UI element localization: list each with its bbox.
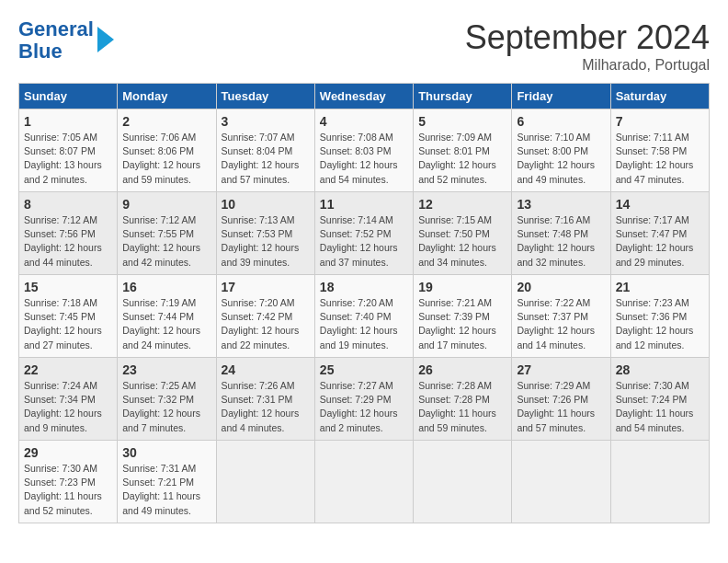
day-info: Sunrise: 7:14 AM Sunset: 7:52 PM Dayligh… bbox=[320, 213, 408, 270]
day-info: Sunrise: 7:07 AM Sunset: 8:04 PM Dayligh… bbox=[222, 131, 310, 187]
calendar-cell: 13Sunrise: 7:16 AM Sunset: 7:48 PM Dayli… bbox=[512, 192, 610, 275]
day-info: Sunrise: 7:05 AM Sunset: 8:07 PM Dayligh… bbox=[24, 131, 112, 187]
day-number: 18 bbox=[320, 280, 408, 294]
calendar-cell: 7Sunrise: 7:11 AM Sunset: 7:58 PM Daylig… bbox=[610, 109, 709, 192]
title-block: September 2024 Milharado, Portugal bbox=[465, 18, 710, 74]
day-info: Sunrise: 7:10 AM Sunset: 8:00 PM Dayligh… bbox=[517, 131, 605, 187]
day-number: 3 bbox=[222, 114, 310, 129]
day-info: Sunrise: 7:24 AM Sunset: 7:34 PM Dayligh… bbox=[24, 379, 112, 435]
day-number: 10 bbox=[222, 197, 310, 212]
day-number: 23 bbox=[122, 362, 210, 377]
calendar-cell: 5Sunrise: 7:09 AM Sunset: 8:01 PM Daylig… bbox=[414, 109, 512, 192]
day-info: Sunrise: 7:31 AM Sunset: 7:21 PM Dayligh… bbox=[122, 462, 210, 518]
day-info: Sunrise: 7:09 AM Sunset: 8:01 PM Dayligh… bbox=[418, 131, 506, 187]
calendar-cell: 26Sunrise: 7:28 AM Sunset: 7:28 PM Dayli… bbox=[414, 358, 512, 441]
day-number: 30 bbox=[122, 445, 210, 460]
day-info: Sunrise: 7:23 AM Sunset: 7:36 PM Dayligh… bbox=[616, 296, 704, 352]
calendar-cell: 9Sunrise: 7:12 AM Sunset: 7:55 PM Daylig… bbox=[118, 192, 216, 275]
calendar-cell: 3Sunrise: 7:07 AM Sunset: 8:04 PM Daylig… bbox=[216, 109, 314, 192]
day-number: 2 bbox=[122, 114, 210, 129]
day-number: 6 bbox=[517, 114, 605, 129]
calendar-cell: 4Sunrise: 7:08 AM Sunset: 8:03 PM Daylig… bbox=[314, 109, 413, 192]
day-info: Sunrise: 7:08 AM Sunset: 8:03 PM Dayligh… bbox=[320, 131, 408, 187]
day-info: Sunrise: 7:15 AM Sunset: 7:50 PM Dayligh… bbox=[418, 213, 506, 270]
day-info: Sunrise: 7:21 AM Sunset: 7:39 PM Dayligh… bbox=[418, 296, 506, 352]
calendar-cell: 20Sunrise: 7:22 AM Sunset: 7:37 PM Dayli… bbox=[512, 275, 610, 358]
calendar-cell: 19Sunrise: 7:21 AM Sunset: 7:39 PM Dayli… bbox=[414, 275, 512, 358]
day-info: Sunrise: 7:20 AM Sunset: 7:42 PM Dayligh… bbox=[222, 296, 310, 352]
day-number: 5 bbox=[418, 114, 506, 129]
calendar-cell: 21Sunrise: 7:23 AM Sunset: 7:36 PM Dayli… bbox=[610, 275, 709, 358]
day-info: Sunrise: 7:27 AM Sunset: 7:29 PM Dayligh… bbox=[320, 379, 408, 435]
calendar-cell: 11Sunrise: 7:14 AM Sunset: 7:52 PM Dayli… bbox=[314, 192, 413, 275]
calendar-table: SundayMondayTuesdayWednesdayThursdayFrid… bbox=[18, 83, 710, 523]
day-number: 7 bbox=[616, 114, 704, 129]
day-number: 29 bbox=[24, 445, 112, 460]
day-info: Sunrise: 7:30 AM Sunset: 7:23 PM Dayligh… bbox=[24, 462, 112, 518]
day-number: 16 bbox=[122, 280, 210, 294]
calendar-header-cell: Tuesday bbox=[216, 84, 314, 109]
calendar-week-row: 15Sunrise: 7:18 AM Sunset: 7:45 PM Dayli… bbox=[19, 275, 710, 358]
calendar-header-cell: Thursday bbox=[414, 84, 512, 109]
calendar-cell: 1Sunrise: 7:05 AM Sunset: 8:07 PM Daylig… bbox=[19, 109, 118, 192]
day-number: 17 bbox=[222, 280, 310, 294]
calendar-cell: 2Sunrise: 7:06 AM Sunset: 8:06 PM Daylig… bbox=[118, 109, 216, 192]
day-info: Sunrise: 7:12 AM Sunset: 7:55 PM Dayligh… bbox=[122, 213, 210, 270]
calendar-cell: 23Sunrise: 7:25 AM Sunset: 7:32 PM Dayli… bbox=[118, 358, 216, 441]
day-info: Sunrise: 7:29 AM Sunset: 7:26 PM Dayligh… bbox=[517, 379, 605, 435]
day-number: 13 bbox=[517, 197, 605, 212]
calendar-cell bbox=[610, 441, 709, 523]
calendar-header-cell: Saturday bbox=[610, 84, 709, 109]
day-number: 26 bbox=[418, 362, 506, 377]
calendar-week-row: 8Sunrise: 7:12 AM Sunset: 7:56 PM Daylig… bbox=[19, 192, 710, 275]
calendar-cell bbox=[414, 441, 512, 523]
calendar-cell: 22Sunrise: 7:24 AM Sunset: 7:34 PM Dayli… bbox=[19, 358, 118, 441]
calendar-week-row: 1Sunrise: 7:05 AM Sunset: 8:07 PM Daylig… bbox=[19, 109, 710, 192]
day-number: 15 bbox=[24, 280, 112, 294]
day-info: Sunrise: 7:26 AM Sunset: 7:31 PM Dayligh… bbox=[222, 379, 310, 435]
calendar-week-row: 29Sunrise: 7:30 AM Sunset: 7:23 PM Dayli… bbox=[19, 441, 710, 523]
day-info: Sunrise: 7:12 AM Sunset: 7:56 PM Dayligh… bbox=[24, 213, 112, 270]
day-info: Sunrise: 7:30 AM Sunset: 7:24 PM Dayligh… bbox=[616, 379, 704, 435]
day-info: Sunrise: 7:22 AM Sunset: 7:37 PM Dayligh… bbox=[517, 296, 605, 352]
calendar-cell: 29Sunrise: 7:30 AM Sunset: 7:23 PM Dayli… bbox=[19, 441, 118, 523]
day-info: Sunrise: 7:18 AM Sunset: 7:45 PM Dayligh… bbox=[24, 296, 112, 352]
calendar-cell: 10Sunrise: 7:13 AM Sunset: 7:53 PM Dayli… bbox=[216, 192, 314, 275]
day-number: 27 bbox=[517, 362, 605, 377]
day-number: 25 bbox=[320, 362, 408, 377]
logo-arrow-icon bbox=[97, 27, 114, 52]
calendar-cell: 16Sunrise: 7:19 AM Sunset: 7:44 PM Dayli… bbox=[118, 275, 216, 358]
day-number: 1 bbox=[24, 114, 112, 129]
calendar-cell bbox=[314, 441, 413, 523]
calendar-cell: 14Sunrise: 7:17 AM Sunset: 7:47 PM Dayli… bbox=[610, 192, 709, 275]
day-number: 8 bbox=[24, 197, 112, 212]
day-number: 24 bbox=[222, 362, 310, 377]
calendar-cell: 17Sunrise: 7:20 AM Sunset: 7:42 PM Dayli… bbox=[216, 275, 314, 358]
day-number: 28 bbox=[616, 362, 704, 377]
calendar-cell: 18Sunrise: 7:20 AM Sunset: 7:40 PM Dayli… bbox=[314, 275, 413, 358]
day-number: 11 bbox=[320, 197, 408, 212]
calendar-cell: 24Sunrise: 7:26 AM Sunset: 7:31 PM Dayli… bbox=[216, 358, 314, 441]
calendar-cell: 6Sunrise: 7:10 AM Sunset: 8:00 PM Daylig… bbox=[512, 109, 610, 192]
calendar-header-cell: Monday bbox=[118, 84, 216, 109]
calendar-header-row: SundayMondayTuesdayWednesdayThursdayFrid… bbox=[19, 84, 710, 109]
calendar-header-cell: Wednesday bbox=[314, 84, 413, 109]
calendar-cell: 28Sunrise: 7:30 AM Sunset: 7:24 PM Dayli… bbox=[610, 358, 709, 441]
day-number: 12 bbox=[418, 197, 506, 212]
page-title: September 2024 bbox=[465, 18, 710, 57]
day-number: 21 bbox=[616, 280, 704, 294]
calendar-cell: 25Sunrise: 7:27 AM Sunset: 7:29 PM Dayli… bbox=[314, 358, 413, 441]
calendar-body: 1Sunrise: 7:05 AM Sunset: 8:07 PM Daylig… bbox=[19, 109, 710, 523]
day-number: 19 bbox=[418, 280, 506, 294]
day-info: Sunrise: 7:25 AM Sunset: 7:32 PM Dayligh… bbox=[122, 379, 210, 435]
day-info: Sunrise: 7:28 AM Sunset: 7:28 PM Dayligh… bbox=[418, 379, 506, 435]
calendar-cell: 15Sunrise: 7:18 AM Sunset: 7:45 PM Dayli… bbox=[19, 275, 118, 358]
day-number: 4 bbox=[320, 114, 408, 129]
logo: GeneralBlue bbox=[18, 18, 114, 63]
calendar-cell bbox=[216, 441, 314, 523]
day-info: Sunrise: 7:16 AM Sunset: 7:48 PM Dayligh… bbox=[517, 213, 605, 270]
day-number: 14 bbox=[616, 197, 704, 212]
calendar-cell: 8Sunrise: 7:12 AM Sunset: 7:56 PM Daylig… bbox=[19, 192, 118, 275]
calendar-header-cell: Friday bbox=[512, 84, 610, 109]
page-subtitle: Milharado, Portugal bbox=[465, 57, 710, 74]
